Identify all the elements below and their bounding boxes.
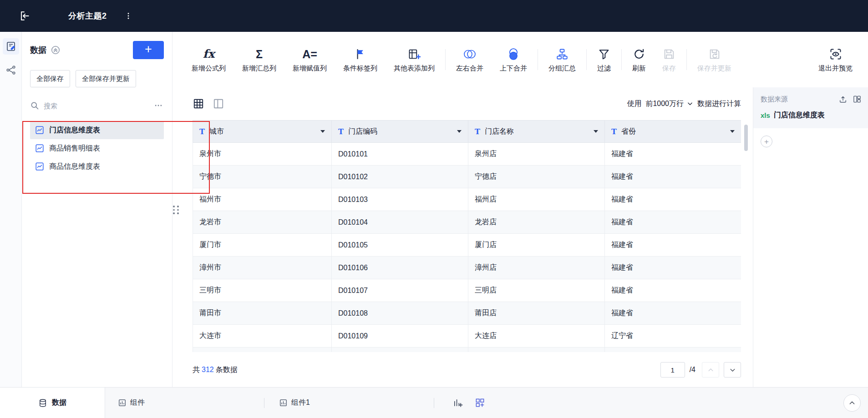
page-number-input[interactable] (660, 362, 685, 378)
filter-button[interactable]: 过滤 (589, 46, 619, 73)
table-header-row: T城市 T门店编码 T门店名称 T省份 (193, 121, 741, 143)
vertical-scrollbar-thumb[interactable] (744, 125, 748, 151)
text-type-icon: T (199, 127, 205, 136)
data-flow-button[interactable] (3, 62, 19, 78)
more-menu-button[interactable] (122, 10, 134, 22)
column-header-store-code[interactable]: T门店编码 (332, 121, 468, 143)
add-dashboard-button[interactable] (475, 398, 485, 408)
search-input[interactable] (44, 102, 154, 110)
formula-fx-icon: fx (203, 46, 215, 62)
other-table-add-column-button[interactable]: 其他表添加列 (386, 46, 443, 73)
table-row: 福州市D010103福州店福建省 (193, 188, 741, 211)
table-cell: 大连店 (468, 325, 605, 347)
table-cell: 大连市 (193, 325, 332, 347)
view-controls-row: 使用 前1000万行 数据进行计算 (193, 94, 741, 114)
add-table-button[interactable]: + (133, 41, 164, 59)
save-update-button: 保存并更新 (689, 46, 740, 73)
search-bar (30, 96, 164, 115)
source-table-item[interactable]: xls 门店信息维度表 (761, 111, 862, 120)
table-cell: D010102 (332, 166, 468, 188)
table-cell: 龙岩市 (193, 211, 332, 234)
merge-top-bottom-icon (507, 48, 520, 60)
data-grid: T城市 T门店编码 T门店名称 T省份 泉州市D010101泉州店福建省 宁德市… (193, 120, 741, 352)
table-list-item-store-info[interactable]: 门店信息维度表 (30, 121, 164, 139)
exit-back-button[interactable] (17, 9, 32, 23)
chevron-down-icon (687, 101, 693, 107)
table-list-item-sales-detail[interactable]: 商品销售明细表 (30, 139, 164, 157)
table-list: 门店信息维度表 商品销售明细表 商品信息维度表 (30, 121, 164, 176)
row-limit-dropdown[interactable]: 前1000万行 (645, 99, 693, 109)
table-cell: 福建省 (605, 166, 741, 188)
tab-component[interactable]: 组件 (118, 398, 145, 408)
add-source-button[interactable]: + (761, 136, 772, 147)
chevron-up-icon (848, 399, 856, 407)
grid-view-toggle[interactable] (193, 98, 204, 110)
column-header-store-name[interactable]: T门店名称 (468, 121, 605, 143)
save-all-update-button[interactable]: 全部保存并更新 (76, 70, 136, 87)
save-update-icon (708, 48, 721, 60)
column-header-city[interactable]: T城市 (193, 121, 332, 143)
table-cell: 福建省 (605, 143, 741, 166)
column-header-province[interactable]: T省份 (605, 121, 741, 143)
refresh-icon (633, 48, 645, 60)
layout-panels-icon (853, 95, 862, 104)
table-row: 厦门市D010105厦门店福建省 (193, 234, 741, 257)
total-count-value: 312 (202, 366, 214, 374)
condition-tag-column-button[interactable]: 条件标签列 (335, 46, 386, 73)
data-panel: 数据 + 全部保存 全部保存并更新 门店信息维度表 (22, 32, 173, 387)
new-assign-column-button[interactable]: A= 新增赋值列 (284, 46, 335, 73)
table-list-item-label: 商品信息维度表 (49, 162, 100, 171)
tab-data-label: 数据 (52, 398, 66, 408)
merge-top-bottom-button[interactable]: 上下合并 (492, 46, 535, 73)
source-table-name: 门店信息维度表 (774, 111, 825, 120)
column-menu-caret-icon[interactable] (730, 130, 735, 133)
search-more-button[interactable] (154, 101, 163, 110)
edit-analysis-button[interactable] (3, 38, 19, 55)
bottom-bar-separator (434, 398, 434, 408)
layout-view-button[interactable] (853, 95, 862, 104)
column-menu-caret-icon[interactable] (457, 130, 462, 133)
table-cell: 沈阳店 (468, 347, 605, 353)
panel-resize-handle[interactable] (173, 206, 179, 214)
table-cell: 福州市 (193, 188, 332, 211)
exit-preview-eye-icon (829, 48, 842, 60)
new-formula-column-button[interactable]: fx 新增公式列 (183, 46, 234, 73)
refresh-button[interactable]: 刷新 (624, 46, 654, 73)
merge-left-right-button[interactable]: 左右合并 (448, 46, 492, 73)
column-menu-caret-icon[interactable] (594, 130, 598, 133)
group-summary-icon (556, 48, 569, 60)
new-summary-column-button[interactable]: Σ 新增汇总列 (234, 46, 284, 73)
table-cell: 福建省 (605, 279, 741, 302)
panel-view-toggle[interactable] (213, 98, 224, 110)
tab-component-1[interactable]: 组件1 (279, 398, 310, 408)
data-panel-header: 数据 + (30, 41, 164, 59)
table-list-item-product-info[interactable]: 商品信息维度表 (30, 157, 164, 176)
text-type-icon: T (611, 127, 617, 136)
table-row: 三明市D010107三明店福建省 (193, 279, 741, 302)
toolbar-separator (586, 49, 587, 70)
add-component-button[interactable] (452, 398, 463, 408)
table-cell: 福建省 (605, 188, 741, 211)
table-cell: 福建省 (605, 302, 741, 325)
table-cell: 福建省 (605, 234, 741, 257)
upload-icon (838, 95, 848, 104)
tab-data[interactable]: 数据 (0, 388, 105, 418)
group-summary-button[interactable]: 分组汇总 (540, 46, 584, 73)
column-menu-caret-icon[interactable] (320, 130, 325, 133)
collapse-panel-button[interactable] (51, 45, 61, 55)
table-row: 宁德市D010102宁德店福建省 (193, 166, 741, 188)
table-cell: 宁德店 (468, 166, 605, 188)
table-cell: 三明市 (193, 279, 332, 302)
search-icon (30, 101, 39, 110)
grid-footer: 共 312 条数据 /4 (193, 362, 741, 378)
exit-preview-button[interactable]: 退出并预览 (810, 46, 861, 73)
add-chart-icon (452, 398, 463, 408)
content-row: 使用 前1000万行 数据进行计算 (173, 87, 868, 387)
bottom-bar-separator (264, 398, 264, 408)
table-list-item-label: 商品销售明细表 (49, 144, 100, 153)
collapse-bottom-bar-button[interactable] (843, 394, 861, 412)
next-page-button[interactable] (724, 362, 741, 378)
update-source-button[interactable] (838, 95, 848, 104)
panel-view-icon (213, 98, 224, 110)
save-all-button[interactable]: 全部保存 (30, 70, 70, 87)
